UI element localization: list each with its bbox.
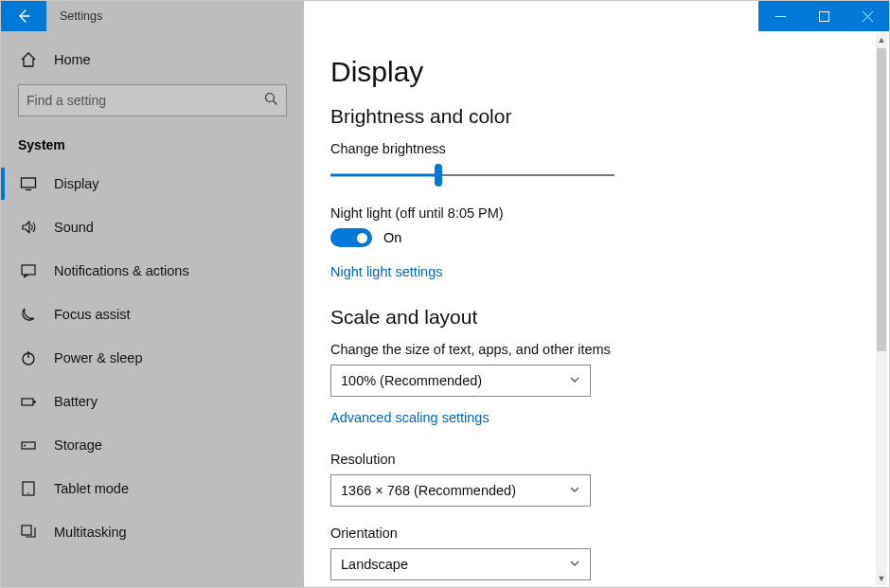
sidebar-item-label: Tablet mode: [54, 481, 129, 496]
close-button[interactable]: [846, 1, 889, 31]
svg-rect-0: [819, 11, 828, 21]
night-light-toggle[interactable]: [330, 228, 372, 247]
main-content: Display Brightness and color Change brig…: [304, 31, 889, 587]
scale-value: 100% (Recommended): [341, 373, 482, 388]
sidebar-item-storage[interactable]: Storage: [1, 423, 304, 467]
titlebar-spacer: [304, 1, 758, 31]
brightness-label: Change brightness: [330, 141, 863, 156]
sidebar-item-sound[interactable]: Sound: [1, 205, 304, 249]
minimize-button[interactable]: [758, 1, 802, 31]
search-input[interactable]: [18, 84, 287, 116]
search-icon: [264, 92, 278, 110]
svg-point-10: [27, 492, 29, 494]
sidebar: Home System Display Sound: [1, 31, 304, 587]
svg-rect-6: [34, 401, 36, 403]
toggle-knob: [357, 233, 367, 243]
chevron-down-icon: [569, 373, 580, 388]
chevron-down-icon: [569, 557, 580, 572]
sidebar-item-label: Notifications & actions: [54, 263, 189, 278]
storage-icon: [18, 437, 39, 454]
sidebar-item-display[interactable]: Display: [1, 162, 304, 205]
home-icon: [18, 51, 39, 68]
brightness-slider[interactable]: [330, 164, 614, 187]
sidebar-item-notifications[interactable]: Notifications & actions: [1, 249, 304, 293]
sound-icon: [18, 219, 39, 236]
window-controls: [758, 1, 889, 31]
page-title: Display: [330, 56, 863, 88]
section-scale-layout: Scale and layout: [330, 306, 863, 329]
scroll-up-icon[interactable]: ▲: [876, 33, 887, 46]
sidebar-item-focus-assist[interactable]: Focus assist: [1, 293, 304, 336]
notifications-icon: [18, 262, 39, 279]
svg-rect-11: [22, 526, 31, 535]
orientation-dropdown[interactable]: Landscape: [330, 548, 591, 580]
tablet-icon: [18, 480, 39, 497]
scrollbar[interactable]: ▲ ▼: [876, 33, 887, 585]
focus-assist-icon: [18, 306, 39, 323]
sidebar-item-label: Multitasking: [54, 525, 127, 540]
sidebar-item-battery[interactable]: Battery: [1, 380, 304, 423]
svg-rect-3: [22, 265, 35, 275]
svg-rect-5: [22, 399, 33, 405]
scrollbar-thumb[interactable]: [877, 48, 886, 351]
battery-icon: [18, 393, 39, 410]
chevron-down-icon: [569, 483, 580, 498]
category-label: System: [1, 130, 304, 162]
arrow-left-icon: [16, 9, 31, 24]
close-icon: [863, 11, 873, 22]
sidebar-item-label: Focus assist: [54, 307, 131, 322]
night-light-settings-link[interactable]: Night light settings: [330, 264, 442, 279]
scale-label: Change the size of text, apps, and other…: [330, 342, 863, 357]
slider-fill: [330, 174, 438, 177]
night-light-state: On: [383, 230, 401, 245]
sidebar-item-label: Sound: [54, 220, 94, 235]
sidebar-item-power-sleep[interactable]: Power & sleep: [1, 336, 304, 380]
home-nav[interactable]: Home: [1, 41, 304, 79]
sidebar-item-label: Storage: [54, 437, 102, 453]
maximize-icon: [819, 11, 829, 22]
power-icon: [18, 349, 39, 366]
orientation-label: Orientation: [330, 526, 863, 541]
search-field[interactable]: [27, 93, 264, 108]
resolution-dropdown[interactable]: 1366 × 768 (Recommended): [330, 474, 591, 507]
svg-rect-2: [22, 178, 36, 187]
minimize-icon: [775, 11, 786, 22]
night-light-label: Night light (off until 8:05 PM): [330, 205, 863, 221]
section-brightness-color: Brightness and color: [330, 105, 863, 128]
display-icon: [18, 175, 39, 192]
scroll-down-icon[interactable]: ▼: [876, 572, 887, 585]
sidebar-item-label: Power & sleep: [54, 350, 143, 365]
sidebar-item-tablet-mode[interactable]: Tablet mode: [1, 467, 304, 510]
svg-point-8: [24, 445, 26, 447]
advanced-scaling-link[interactable]: Advanced scaling settings: [330, 410, 490, 425]
sidebar-item-label: Display: [54, 176, 99, 191]
resolution-label: Resolution: [330, 452, 863, 467]
titlebar: Settings: [1, 1, 889, 31]
home-label: Home: [54, 52, 91, 67]
resolution-value: 1366 × 768 (Recommended): [341, 483, 516, 498]
slider-thumb[interactable]: [435, 164, 442, 187]
sidebar-item-label: Battery: [54, 394, 98, 409]
app-title: Settings: [46, 1, 304, 31]
sidebar-item-multitasking[interactable]: Multitasking: [1, 510, 304, 554]
back-button[interactable]: [1, 1, 46, 31]
orientation-value: Landscape: [341, 557, 408, 572]
multitasking-icon: [18, 524, 39, 541]
svg-point-1: [266, 93, 275, 101]
scale-dropdown[interactable]: 100% (Recommended): [330, 365, 591, 397]
maximize-button[interactable]: [802, 1, 846, 31]
